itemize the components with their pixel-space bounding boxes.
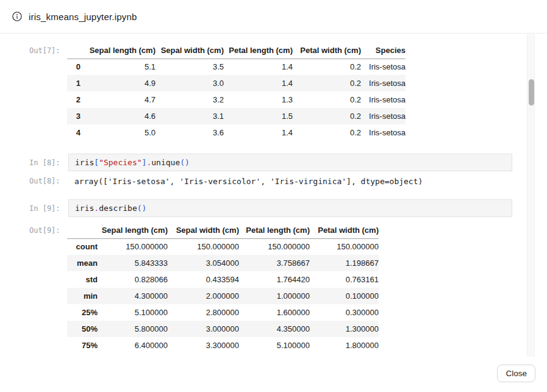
dialog-header: iris_kmeans_jupyter.ipynb	[0, 0, 547, 34]
table-cell: 1.600000	[239, 304, 310, 321]
table-row: count150.000000150.000000150.000000150.0…	[67, 238, 379, 255]
output-prompt: Out[8]:	[29, 176, 67, 185]
dialog-title: iris_kmeans_jupyter.ipynb	[29, 12, 137, 22]
dataframe-head-table: Sepal length (cm)Sepal width (cm)Petal l…	[67, 42, 406, 141]
table-cell: 0.2	[293, 124, 361, 141]
table-header-cell: Species	[361, 42, 406, 59]
table-cell: 1.4	[224, 59, 293, 75]
table-header-cell: Sepal width (cm)	[156, 42, 224, 59]
notebook-preview-dialog: iris_kmeans_jupyter.ipynb Out[7]: Sepal …	[0, 0, 547, 392]
table-cell: 4.300000	[98, 288, 168, 304]
code-cell: iris.describe()	[68, 199, 512, 217]
table-header-cell	[67, 222, 98, 238]
code-token: ()	[137, 204, 147, 213]
row-index-cell: 75%	[67, 337, 98, 354]
table-cell: 5.100000	[239, 337, 310, 354]
input-prompt: In [9]:	[29, 199, 67, 213]
table-cell: 4.6	[80, 108, 156, 124]
code-token: describe	[99, 204, 137, 213]
table-cell: 1.5	[224, 108, 293, 124]
table-cell: 3.2	[156, 91, 224, 108]
table-header-row: Sepal length (cm)Sepal width (cm)Petal l…	[67, 222, 379, 238]
table-cell: 3.0	[156, 75, 224, 91]
notebook-content[interactable]: Out[7]: Sepal length (cm)Sepal width (cm…	[0, 34, 547, 357]
table-header-cell: Petal width (cm)	[310, 222, 379, 238]
table-row: 34.63.11.50.2Iris-setosa	[67, 108, 406, 124]
table-header-cell: Petal length (cm)	[239, 222, 310, 238]
info-icon	[12, 12, 22, 21]
table-cell: 4.7	[80, 91, 156, 108]
table-cell: 3.5	[156, 59, 224, 75]
table-cell: Iris-setosa	[361, 124, 406, 141]
row-index-cell: mean	[67, 255, 98, 271]
table-header-cell: Sepal length (cm)	[80, 42, 156, 59]
input-prompt: In [8]:	[29, 154, 67, 167]
row-index-cell: 3	[67, 108, 80, 124]
table-header-cell: Petal width (cm)	[293, 42, 361, 59]
table-cell: 1.764420	[239, 271, 310, 288]
table-header-cell: Sepal width (cm)	[168, 222, 239, 238]
table-cell: 1.000000	[239, 288, 310, 304]
cell-out9: Out[9]: Sepal length (cm)Sepal width (cm…	[29, 222, 547, 354]
table-cell: 1.300000	[310, 321, 379, 337]
output-prompt: Out[7]:	[29, 42, 67, 55]
table-cell: 5.843333	[98, 255, 168, 271]
table-cell: 1.3	[224, 91, 293, 108]
table-row: min4.3000002.0000001.0000000.100000	[67, 288, 379, 304]
table-header-cell: Petal length (cm)	[224, 42, 293, 59]
row-index-cell: count	[67, 238, 98, 255]
table-cell: 3.054000	[168, 255, 239, 271]
code-token: "Species"	[99, 158, 141, 167]
table-cell: 0.2	[293, 75, 361, 91]
table-row: 24.73.21.30.2Iris-setosa	[67, 91, 406, 108]
table-cell: Iris-setosa	[361, 59, 406, 75]
row-index-cell: 4	[67, 124, 80, 141]
dataframe-describe-table: Sepal length (cm)Sepal width (cm)Petal l…	[67, 222, 379, 354]
table-cell: 5.100000	[98, 304, 168, 321]
row-index-cell: 50%	[67, 321, 98, 337]
code-token: iris	[75, 204, 94, 213]
table-cell: 5.0	[80, 124, 156, 141]
table-cell: 4.9	[80, 75, 156, 91]
table-cell: Iris-setosa	[361, 91, 406, 108]
close-button[interactable]: Close	[497, 365, 535, 382]
output-prompt: Out[9]:	[29, 222, 67, 235]
table-cell: 150.000000	[98, 238, 168, 255]
code-cell: iris["Species"].unique()	[68, 154, 512, 171]
table-cell: 0.828066	[98, 271, 168, 288]
table-cell: 1.4	[224, 124, 293, 141]
code-token: [	[94, 158, 99, 167]
table-row: 45.03.61.40.2Iris-setosa	[67, 124, 406, 141]
table-cell: 3.000000	[168, 321, 239, 337]
table-cell: 0.763161	[310, 271, 379, 288]
table-row: std0.8280660.4335941.7644200.763161	[67, 271, 379, 288]
table-cell: 0.100000	[310, 288, 379, 304]
table-cell: 5.1	[80, 59, 156, 75]
code-token: iris	[75, 158, 94, 167]
table-cell: 3.300000	[168, 337, 239, 354]
table-header-cell: Sepal length (cm)	[98, 222, 168, 238]
scrollbar-track[interactable]	[527, 34, 535, 357]
code-token: .	[94, 204, 99, 213]
table-cell: 0.2	[293, 91, 361, 108]
scrollbar-thumb[interactable]	[529, 79, 534, 105]
table-cell: 1.4	[224, 75, 293, 91]
cell-out7: Out[7]: Sepal length (cm)Sepal width (cm…	[29, 42, 547, 141]
row-index-cell: std	[67, 271, 98, 288]
table-header-cell	[67, 42, 80, 59]
code-token: ()	[180, 158, 190, 167]
table-row: 50%5.8000003.0000004.3500001.300000	[67, 321, 379, 337]
table-cell: 2.000000	[168, 288, 239, 304]
table-row: 05.13.51.40.2Iris-setosa	[67, 59, 406, 75]
table-cell: Iris-setosa	[361, 75, 406, 91]
table-cell: 0.433594	[168, 271, 239, 288]
table-cell: 6.400000	[98, 337, 168, 354]
table-cell: 0.2	[293, 108, 361, 124]
table-cell: 3.1	[156, 108, 224, 124]
table-cell: 3.758667	[239, 255, 310, 271]
cell-out8: Out[8]: array(['Iris-setosa', 'Iris-vers…	[29, 176, 547, 186]
table-cell: 1.800000	[310, 337, 379, 354]
table-cell: Iris-setosa	[361, 108, 406, 124]
table-row: 14.93.01.40.2Iris-setosa	[67, 75, 406, 91]
table-cell: 150.000000	[168, 238, 239, 255]
